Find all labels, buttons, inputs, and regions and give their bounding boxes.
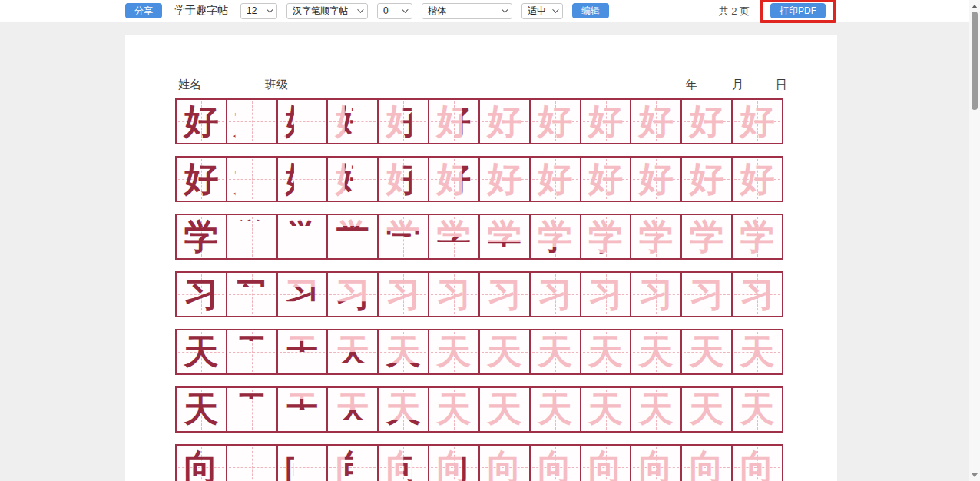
char-glyph: 天 [531,388,580,431]
practice-cell: 向 [227,446,278,481]
horizontal-guide-line [380,237,426,237]
char-glyph: 学 [682,215,731,258]
practice-cell: 向 [581,446,632,481]
blank-lines-select[interactable]: 0 [377,3,412,19]
practice-cell: 向向 [429,446,480,481]
template-select-value: 汉字笔顺字帖 [293,5,348,18]
practice-cell: 习 [480,273,531,316]
char-glyph: 习 [733,273,782,316]
practice-cell: 习习 [278,273,329,316]
scroll-down-icon[interactable] [969,469,980,480]
char-glyph: 向 [682,446,731,481]
practice-cell: 习 [733,273,782,316]
char-glyph: 向 [733,446,782,481]
practice-cell: 学学 [429,215,480,258]
annotation-box: 打印PDF [760,0,836,23]
practice-cell: 好好 [379,100,429,143]
font-select[interactable]: 楷体 [422,3,512,19]
practice-cell: 向向 [379,446,429,481]
character-row: 习习习习习习习习习习习习习习 [175,271,783,317]
toolbar: 分享 学于趣字帖 12 汉字笔顺字帖 0 楷体 适中 编辑 共 2 页 打印PD… [0,0,969,22]
practice-cell: 好 [631,100,682,143]
practice-cell: 天 [177,388,227,431]
char-glyph: 天 [531,330,580,373]
share-button[interactable]: 分享 [125,3,162,18]
practice-cell: 天 [581,330,632,373]
practice-cell: 学 [682,215,733,258]
class-label: 班级 [265,78,288,92]
name-label: 姓名 [178,78,201,92]
practice-cell: 学 [733,215,782,258]
horizontal-guide-line [229,294,275,295]
practice-cell: 好好 [480,158,531,201]
char-glyph: 天 [581,330,631,373]
size-select[interactable]: 12 [240,3,277,19]
toolbar-right: 共 2 页 打印PDF [719,0,836,22]
practice-cell: 向向 [328,446,379,481]
horizontal-guide-line [229,121,275,122]
char-glyph: 习 [531,273,580,316]
practice-cell: 好 [682,158,733,201]
practice-cell: 学 [227,215,278,258]
vertical-guide-line [252,447,253,481]
practice-cell: 学学 [278,215,329,258]
practice-cell: 好好 [278,158,329,201]
practice-cell: 好 [177,158,227,201]
practice-cell: 习 [631,273,682,316]
font-select-value: 楷体 [428,5,446,18]
horizontal-guide-line [229,410,275,410]
practice-cell: 习 [429,273,480,316]
practice-cell: 好好 [379,158,429,201]
practice-cell: 好 [682,100,733,143]
practice-cell: 天天 [379,330,429,373]
scroll-up-icon[interactable] [969,1,980,12]
char-glyph: 天 [581,388,631,431]
print-pdf-button[interactable]: 打印PDF [770,3,826,18]
vertical-guide-line [303,447,303,481]
practice-cell: 学学 [531,215,581,258]
vertical-scrollbar[interactable] [969,0,980,481]
year-label: 年 [686,78,697,92]
practice-cell: 好 [733,100,782,143]
character-row: 学学学学学学学学学学学学学学学学学学学 [175,214,783,260]
edit-button[interactable]: 编辑 [572,3,609,18]
practice-cell: 好 [531,158,581,201]
scrollbar-thumb[interactable] [972,12,978,110]
practice-cell: 习 [682,273,733,316]
char-glyph: 习 [177,273,226,316]
practice-cell: 习 [379,273,429,316]
horizontal-guide-line [229,352,275,353]
practice-cell: 好 [581,100,632,143]
chevron-down-icon [357,6,363,12]
horizontal-guide-line [280,410,326,410]
practice-cell: 学学 [581,215,632,258]
char-glyph: 习 [480,273,529,316]
practice-cell: 好好 [278,100,329,143]
practice-cell: 天 [531,330,581,373]
spacing-select[interactable]: 适中 [521,3,563,19]
char-glyph: 学 [177,215,226,258]
char-glyph: 好 [581,158,631,201]
practice-cell: 习习 [328,273,379,316]
practice-cell: 天 [177,330,227,373]
practice-cell: 天天 [278,388,329,431]
character-row: 向向向向向向向向向向向向向向向向向 [175,444,783,481]
char-glyph: 天 [177,388,226,431]
practice-cell: 向 [682,446,733,481]
worksheet-grid: 好好好好好好好好好好好好好好好好好好好好好好好好好好好好好好好好好好学学学学学学… [175,98,783,481]
page-count-label: 共 2 页 [719,5,750,18]
practice-cell: 天 [480,330,531,373]
character-row: 天天天天天天天天天天天天天天天 [175,386,783,433]
character-row: 好好好好好好好好好好好好好好好好好 [175,156,783,202]
practice-cell: 好 [733,158,782,201]
template-select[interactable]: 汉字笔顺字帖 [286,3,368,19]
char-glyph: 天 [631,330,680,373]
blank-lines-select-value: 0 [383,5,389,16]
practice-cell: 天 [581,388,632,431]
practice-cell: 学学 [328,215,379,258]
horizontal-guide-line [229,467,275,468]
practice-cell: 天 [682,388,733,431]
char-glyph: 天 [177,330,226,373]
practice-cell: 天 [631,330,682,373]
practice-cell: 学 [177,215,227,258]
